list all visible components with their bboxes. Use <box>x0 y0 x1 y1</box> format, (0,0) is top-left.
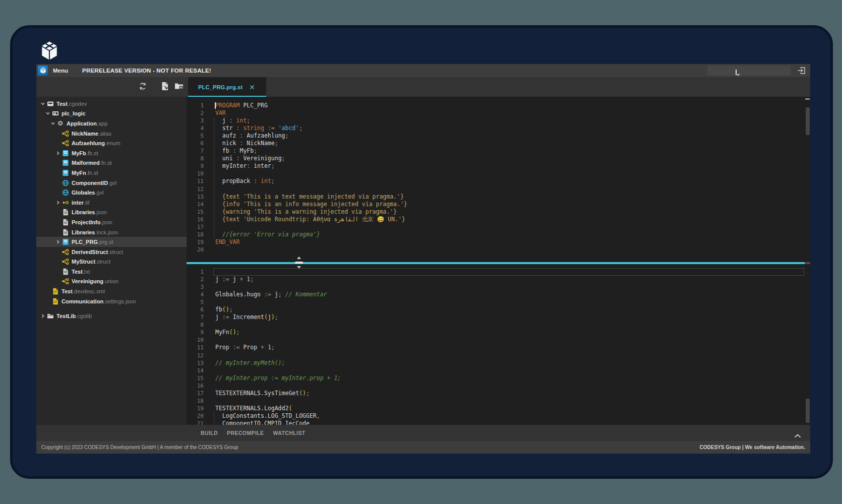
code-line[interactable]: 18 //{error 'Error via pragma'} <box>187 231 810 238</box>
tab-close-button[interactable] <box>250 85 255 90</box>
code-pane-declarations[interactable]: 1PROGRAM PLC_PRG2VAR3 j : int;4 str : st… <box>187 97 810 261</box>
chevron-right-icon[interactable] <box>54 239 62 244</box>
tree-item-projectinfo[interactable]: ProjectInfo.json <box>36 217 187 227</box>
code-line[interactable]: 9 myInter: inter; <box>187 162 810 170</box>
code-line[interactable]: 17TESTEXTERNALS.SysTimeGet(); <box>187 390 810 397</box>
code-line[interactable]: 5 <box>187 298 810 306</box>
pane-splitter[interactable] <box>187 261 810 266</box>
tree-item-aufzaehlung[interactable]: Aufzaehlung.enum <box>36 138 187 148</box>
tree-item-vereinigung[interactable]: Vereinigung.union <box>36 277 187 287</box>
code-line[interactable]: 7 fb : MyFb; <box>187 147 810 155</box>
code-line[interactable]: 21 ComponentID.CMPID_IecCode <box>187 420 810 425</box>
code-line[interactable]: 19END_VAR <box>187 238 810 246</box>
refresh-button[interactable] <box>138 83 147 92</box>
code-line[interactable]: 20 LogConstants.LOG_STD_LOGGER, <box>187 412 810 420</box>
tree-item-plc_prg[interactable]: PLC_PRG.prg.st <box>36 237 187 247</box>
code-text: str : string := 'abcd'; <box>208 124 303 132</box>
tree-item-mystruct[interactable]: MyStruct.struct <box>36 257 187 267</box>
code-line[interactable]: 4 str : string := 'abcd'; <box>187 124 810 132</box>
tree-item-name: plc_logic <box>62 110 86 116</box>
code-line[interactable]: 5 aufz : Aufzaehlung; <box>187 132 810 140</box>
code-text: j := j + 1; <box>208 276 254 283</box>
tree-item-derivedstruct[interactable]: DerivedStruct.struct <box>36 247 187 257</box>
code-line[interactable]: 15 {warning 'This is a warning injected … <box>187 208 810 216</box>
chevron-up-icon[interactable] <box>794 431 801 440</box>
tree-item-malformed[interactable]: Malformed.fn.st <box>36 158 187 168</box>
tree-item-inter[interactable]: inter.itf <box>36 198 187 208</box>
panel-tab-build[interactable]: BUILD <box>201 430 218 436</box>
splitter-line[interactable] <box>187 262 810 265</box>
tree-item-componentid[interactable]: ComponentID.gvl <box>36 178 187 188</box>
code-text: nick : NickName; <box>208 140 278 147</box>
code-line[interactable]: 12 <box>187 352 810 359</box>
login-button[interactable] <box>797 67 806 75</box>
code-line[interactable]: 9MyFn(); <box>187 329 810 336</box>
tree-item-test[interactable]: Test.cgodev <box>36 99 187 109</box>
code-line[interactable]: 1 <box>187 268 810 276</box>
add-pou-file-button[interactable] <box>160 83 169 92</box>
menu-button[interactable]: Menu <box>53 68 68 74</box>
code-line[interactable]: 19TESTEXTERNALS.LogAdd2( <box>187 405 810 412</box>
tree-item-test[interactable]: Test.devdesc.xml <box>36 286 187 296</box>
code-line[interactable]: 3 <box>187 283 810 291</box>
line-number: 18 <box>187 231 208 238</box>
tree-item-extension: .alias <box>98 131 111 137</box>
scrollbar-thumb-top[interactable] <box>805 98 810 100</box>
tree-item-test[interactable]: Test.txt <box>36 267 187 277</box>
tree-item-globales[interactable]: Globales.gvl <box>36 187 187 198</box>
code-line[interactable]: 18 <box>187 397 810 405</box>
panel-tab-precompile[interactable]: PRECOMPILE <box>227 430 264 436</box>
tree-item-plc_logic[interactable]: plc_logic <box>36 109 187 119</box>
code-text <box>208 246 215 254</box>
add-folder-button[interactable] <box>174 83 184 92</box>
code-line[interactable]: 1PROGRAM PLC_PRG <box>187 102 810 109</box>
code-pane-implementation[interactable]: 12j := j + 1;34Globales.hugo := j; // Ko… <box>187 266 810 425</box>
code-line[interactable]: 8 <box>187 321 810 329</box>
code-line[interactable]: 13// myInter.myMeth(); <box>187 359 810 367</box>
code-line[interactable]: 12 <box>187 185 810 193</box>
code-line[interactable]: 8 uni : Vereinigung; <box>187 155 810 162</box>
code-line[interactable]: 6fb(); <box>187 306 810 313</box>
tree-item-testlib[interactable]: TestLib.cgolib <box>36 311 187 321</box>
chevron-down-icon[interactable] <box>44 111 51 116</box>
tree-item-libraries[interactable]: Libraries.lock.json <box>36 227 187 237</box>
code-line[interactable]: 20 <box>187 246 810 254</box>
code-line[interactable]: 14 <box>187 367 810 374</box>
line-number: 13 <box>187 359 208 367</box>
code-line[interactable]: 2VAR <box>187 109 810 117</box>
code-line[interactable]: 17 <box>187 223 810 231</box>
code-line[interactable]: 16 <box>187 382 810 390</box>
editor-bottom-scrollbar[interactable] <box>806 399 810 423</box>
code-line[interactable]: 4Globales.hugo := j; // Kommentar <box>187 291 810 298</box>
code-line[interactable]: 10 <box>187 336 810 344</box>
code-line[interactable]: 16 {text 'Unicode Roundtrip: Αθήνα القاه… <box>187 216 810 223</box>
code-line[interactable]: 2j := j + 1; <box>187 276 810 283</box>
code-line[interactable]: 15// myInter.prop := myInter.prop + 1; <box>187 374 810 382</box>
tree-item-nickname[interactable]: NickName.alias <box>36 129 187 139</box>
tab-plc-prg[interactable]: PLC_PRG.prg.st <box>188 77 266 97</box>
user-dropdown[interactable] <box>707 66 791 76</box>
chevron-right-icon[interactable] <box>54 151 62 156</box>
code-line[interactable]: 11Prop := Prop + 1; <box>187 344 810 351</box>
editor-top-scrollbar[interactable] <box>806 107 810 135</box>
code-line[interactable]: 3 j : int; <box>187 117 810 124</box>
code-line[interactable]: 11 propBack : int; <box>187 177 810 185</box>
code-line[interactable]: 6 nick : NickName; <box>187 140 810 147</box>
tree-item-libraries[interactable]: Libraries.json <box>36 208 187 218</box>
chevron-down-icon[interactable] <box>39 101 46 106</box>
chevron-right-icon[interactable] <box>54 200 62 205</box>
code-line[interactable]: 13 {text 'This is a text message injecte… <box>187 193 810 201</box>
tree-item-myfn[interactable]: MyFn.fn.st <box>36 168 187 178</box>
chevron-down-icon[interactable] <box>49 121 56 126</box>
code-line[interactable]: 10 <box>187 170 810 177</box>
tree-item-communication[interactable]: Communication.settings.json <box>36 296 187 306</box>
tree-item-myfb[interactable]: MyFb.fb.st <box>36 148 187 158</box>
panel-tab-watchlist[interactable]: WATCHLIST <box>273 430 306 436</box>
code-line[interactable]: 7j := Increment(j); <box>187 313 810 321</box>
code-text: MyFn(); <box>208 329 240 336</box>
code-line[interactable]: 14 {info 'This is an info message inject… <box>187 201 810 208</box>
tree-item-extension: .fn.st <box>100 160 112 166</box>
tree-item-application[interactable]: ⚙Application.app <box>36 118 187 129</box>
struct-icon <box>62 248 69 256</box>
chevron-right-icon[interactable] <box>39 313 46 319</box>
